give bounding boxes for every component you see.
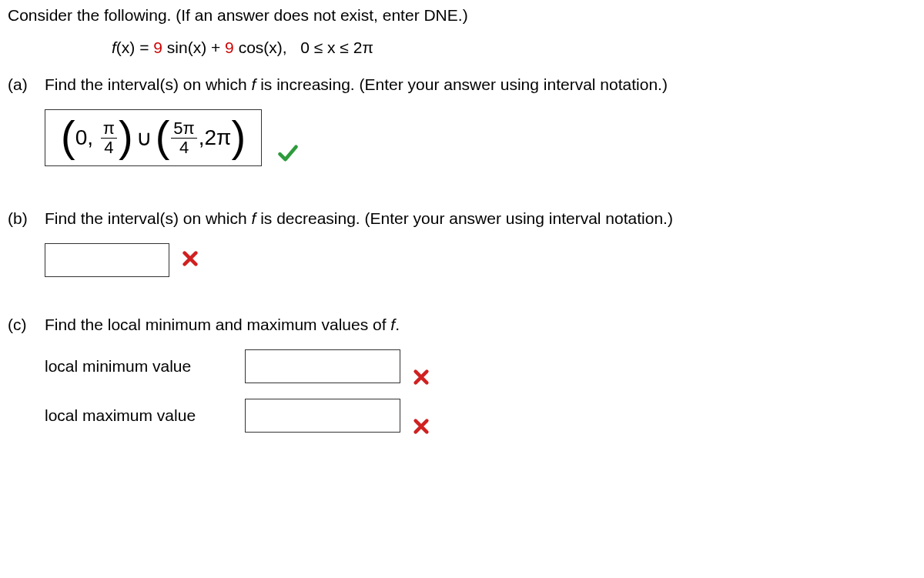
part-b-prompt: Find the interval(s) on which f is decre…: [45, 209, 916, 228]
cross-icon: [413, 369, 430, 389]
cross-icon: [413, 418, 430, 439]
function-equation: f(x) = 9 sin(x) + 9 cos(x), 0 ≤ x ≤ 2π: [112, 38, 916, 57]
part-a-answer-box[interactable]: ( 0, π4 ) ∪ ( 5π4 ,2π ): [45, 109, 262, 166]
part-b-answer-box[interactable]: [45, 243, 169, 277]
part-a-prompt: Find the interval(s) on which f is incre…: [45, 75, 916, 94]
check-icon: [277, 142, 299, 168]
part-a-label: (a): [8, 75, 35, 94]
part-b-label: (b): [8, 209, 35, 228]
part-b: (b) Find the interval(s) on which f is d…: [8, 209, 916, 277]
part-c: (c) Find the local minimum and maximum v…: [8, 316, 916, 448]
intro-text: Consider the following. (If an answer do…: [8, 6, 916, 25]
part-c-prompt: Find the local minimum and maximum value…: [45, 316, 916, 334]
local-max-label: local maximum value: [45, 406, 222, 425]
part-c-label: (c): [8, 316, 35, 334]
cross-icon: [182, 250, 199, 271]
local-max-row: local maximum value: [45, 399, 916, 433]
local-max-answer-box[interactable]: [245, 399, 400, 433]
local-min-row: local minimum value: [45, 349, 916, 383]
local-min-answer-box[interactable]: [245, 349, 400, 383]
part-a: (a) Find the interval(s) on which f is i…: [8, 75, 916, 171]
local-min-label: local minimum value: [45, 357, 222, 376]
